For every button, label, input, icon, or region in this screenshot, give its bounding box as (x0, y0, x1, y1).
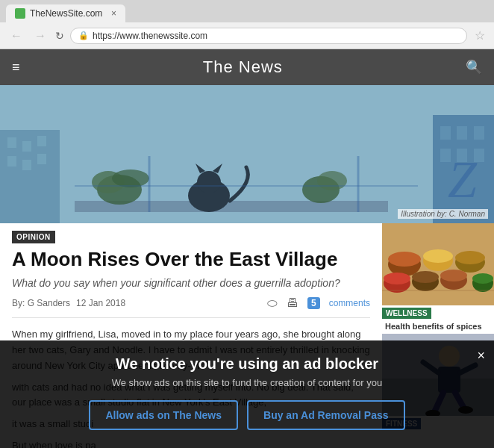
search-button[interactable]: 🔍 (466, 59, 482, 75)
svg-point-31 (388, 252, 421, 267)
illustration-credit: Illustration by: C. Norman (398, 209, 488, 219)
tab-title: TheNewsSite.com (30, 8, 102, 19)
favicon (15, 8, 25, 19)
browser-tab[interactable]: TheNewsSite.com × (6, 4, 125, 22)
tab-bar: TheNewsSite.com × (0, 0, 494, 22)
article-meta: By: G Sanders 12 Jan 2018 ⬭ 🖶 5 comments (12, 296, 370, 318)
allow-ads-button[interactable]: Allow ads on The News (89, 400, 238, 430)
browser-chrome: TheNewsSite.com × ← → ↻ 🔒 https://www.th… (0, 0, 494, 49)
svg-rect-10 (457, 126, 467, 140)
wellness-caption[interactable]: Health benefits of spices (382, 319, 494, 334)
share-button[interactable]: ⬭ (267, 296, 278, 310)
comments-count-badge[interactable]: 5 (307, 297, 320, 309)
svg-rect-7 (37, 154, 46, 164)
svg-point-41 (440, 270, 467, 281)
svg-rect-11 (474, 126, 484, 140)
wellness-tag-container: WELLNESS (382, 305, 494, 319)
wellness-tag: WELLNESS (382, 308, 431, 319)
article-title: A Moon Rises Over the East Village (12, 248, 370, 271)
article-subtitle: What do you say when your significant ot… (12, 277, 370, 289)
page-wrapper: TheNewsSite.com × ← → ↻ 🔒 https://www.th… (0, 0, 494, 448)
svg-point-37 (384, 273, 410, 284)
address-bar: ← → ↻ 🔒 https://www.thenewssite.com ☆ (0, 22, 494, 49)
article-actions: ⬭ 🖶 5 comments (267, 296, 370, 310)
modal-subtitle: We show ads on this site to fund the cre… (18, 377, 476, 388)
svg-point-33 (423, 249, 453, 263)
hero-illustration: Z (0, 85, 494, 223)
svg-point-39 (412, 271, 439, 283)
comments-link[interactable]: comments (329, 298, 370, 308)
site-header: ≡ The News 🔍 (0, 49, 494, 85)
print-button[interactable]: 🖶 (287, 296, 298, 310)
article-byline: By: G Sanders 12 Jan 2018 (12, 298, 125, 308)
hamburger-menu-button[interactable]: ≡ (12, 60, 20, 75)
buy-pass-button[interactable]: Buy an Ad Removal Pass (247, 400, 405, 430)
svg-point-23 (112, 169, 149, 187)
svg-point-43 (472, 273, 493, 284)
article-author: By: G Sanders (12, 298, 70, 308)
modal-title: We notice you're using an ad blocker (18, 355, 476, 373)
reload-button[interactable]: ↻ (55, 30, 64, 42)
article-tag: OPINION (12, 231, 55, 243)
sidebar-wellness-card[interactable]: WELLNESS Health benefits of spices (382, 223, 494, 334)
svg-rect-2 (7, 137, 16, 148)
address-field[interactable]: 🔒 https://www.thenewssite.com (70, 28, 467, 44)
site-title: The News (20, 57, 466, 77)
svg-rect-6 (22, 160, 31, 170)
ad-blocker-modal: × We notice you're using an ad blocker W… (0, 340, 494, 448)
bookmark-button[interactable]: ☆ (473, 27, 487, 44)
hero-image: Z (0, 85, 494, 223)
svg-rect-5 (7, 156, 16, 167)
lock-icon: 🔒 (78, 31, 89, 40)
article-date: 12 Jan 2018 (76, 298, 125, 308)
svg-point-18 (197, 171, 221, 193)
svg-point-35 (455, 251, 485, 264)
modal-buttons: Allow ads on The News Buy an Ad Removal … (18, 400, 476, 430)
svg-rect-3 (22, 141, 31, 152)
wellness-image (382, 223, 494, 305)
svg-rect-4 (37, 136, 46, 146)
svg-point-25 (317, 171, 347, 190)
svg-text:Z: Z (448, 151, 478, 208)
tab-close-button[interactable]: × (111, 8, 116, 19)
address-text: https://www.thenewssite.com (93, 31, 207, 41)
back-button[interactable]: ← (7, 28, 25, 44)
svg-rect-9 (440, 126, 451, 140)
modal-close-button[interactable]: × (477, 348, 485, 364)
forward-button[interactable]: → (31, 28, 49, 44)
